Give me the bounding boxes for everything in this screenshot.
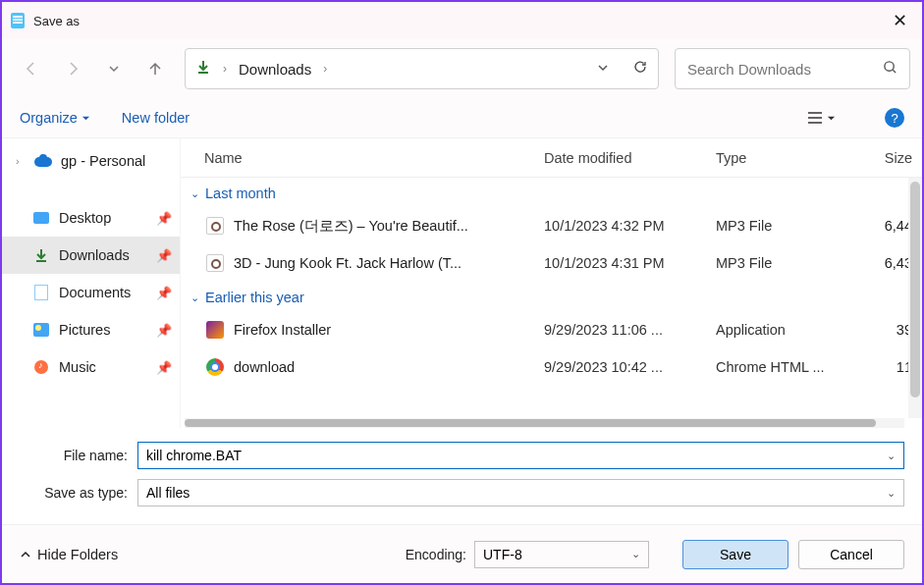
recent-locations-button[interactable]	[96, 51, 132, 86]
chevron-down-icon[interactable]: ⌄	[887, 487, 896, 500]
footer: Hide Folders Encoding: UTF-8 ⌄ Save Canc…	[2, 524, 922, 583]
file-row[interactable]: Firefox Installer9/29/2023 11:06 ...Appl…	[181, 311, 922, 348]
column-name[interactable]: Name	[204, 150, 544, 166]
save-button[interactable]: Save	[682, 540, 788, 569]
chevron-down-icon[interactable]: ⌄	[631, 548, 640, 560]
vertical-scrollbar[interactable]	[908, 178, 922, 418]
download-icon	[195, 59, 211, 79]
titlebar: Save as ✕	[2, 2, 922, 39]
column-headers[interactable]: Name Date modified Type Size	[181, 138, 922, 178]
group-header[interactable]: ⌄Last month	[181, 178, 922, 207]
sidebar-item-documents[interactable]: Documents📌	[2, 274, 180, 311]
saveastype-label: Save as type:	[31, 485, 137, 501]
search-input[interactable]	[687, 61, 883, 78]
pin-icon: 📌	[156, 323, 172, 338]
music-icon	[31, 357, 51, 377]
column-size[interactable]: Size	[868, 150, 922, 166]
save-fields: File name: kill chrome.BAT ⌄ Save as typ…	[2, 428, 922, 524]
docs-icon	[31, 283, 51, 302]
pin-icon: 📌	[156, 286, 172, 300]
chevron-down-icon: ⌄	[190, 292, 199, 304]
nav-row: › Downloads ›	[2, 39, 922, 98]
pin-icon: 📌	[156, 248, 172, 263]
chevron-down-icon[interactable]: ⌄	[887, 450, 896, 462]
cancel-button[interactable]: Cancel	[798, 540, 904, 569]
close-button[interactable]: ✕	[877, 2, 922, 39]
pin-icon: 📌	[156, 360, 172, 375]
svg-point-0	[885, 61, 894, 70]
file-row[interactable]: download9/29/2023 10:42 ...Chrome HTML .…	[181, 348, 922, 386]
breadcrumb-current[interactable]: Downloads	[239, 61, 311, 78]
saveastype-select[interactable]: All files ⌄	[137, 479, 904, 506]
file-list-panel: Name Date modified Type Size ⌄Last month…	[181, 138, 922, 428]
address-dropdown[interactable]	[597, 60, 609, 78]
address-bar[interactable]: › Downloads ›	[185, 48, 659, 89]
tree-root-personal[interactable]: › gp - Personal	[2, 142, 180, 180]
file-list: ⌄Last monthThe Rose (더로즈) – You're Beaut…	[181, 178, 922, 428]
back-button[interactable]	[14, 51, 49, 86]
horizontal-scrollbar[interactable]	[185, 418, 904, 428]
chevron-right-icon: ›	[223, 62, 227, 76]
refresh-button[interactable]	[632, 59, 648, 79]
sidebar-item-pictures[interactable]: Pictures📌	[2, 311, 180, 348]
help-button[interactable]: ?	[885, 108, 904, 128]
forward-button[interactable]	[55, 51, 90, 86]
mp3-icon	[204, 215, 226, 237]
sidebar-item-downloads[interactable]: Downloads📌	[2, 237, 180, 274]
sidebar: › gp - Personal Desktop📌Downloads📌Docume…	[2, 138, 181, 428]
chevron-right-icon: ›	[323, 62, 327, 76]
notepad-icon	[10, 12, 26, 29]
sidebar-item-music[interactable]: Music📌	[2, 348, 180, 386]
hide-folders-button[interactable]: Hide Folders	[20, 547, 118, 562]
window-title: Save as	[33, 14, 877, 28]
sidebar-item-desktop[interactable]: Desktop📌	[2, 199, 180, 237]
file-row[interactable]: 3D - Jung Kook Ft. Jack Harlow (T...10/1…	[181, 244, 922, 282]
toolbar: Organize New folder ?	[2, 98, 922, 137]
chevron-down-icon: ⌄	[190, 187, 199, 200]
cloud-icon	[33, 151, 53, 171]
chevron-right-icon: ›	[16, 155, 26, 167]
search-icon	[883, 60, 897, 79]
up-button[interactable]	[137, 51, 173, 86]
chrome-icon	[204, 356, 226, 378]
filename-label: File name:	[31, 448, 137, 463]
group-header[interactable]: ⌄Earlier this year	[181, 282, 922, 311]
filename-input[interactable]: kill chrome.BAT ⌄	[137, 442, 904, 469]
search-box[interactable]	[675, 48, 910, 89]
view-button[interactable]	[807, 111, 836, 125]
new-folder-button[interactable]: New folder	[122, 110, 190, 126]
pics-icon	[31, 320, 51, 340]
column-type[interactable]: Type	[716, 150, 868, 166]
organize-button[interactable]: Organize	[20, 110, 90, 126]
pin-icon: 📌	[156, 211, 172, 226]
file-row[interactable]: The Rose (더로즈) – You're Beautif...10/1/2…	[181, 207, 922, 244]
encoding-label: Encoding:	[406, 547, 466, 562]
ff-icon	[204, 319, 226, 341]
mp3-icon	[204, 252, 226, 274]
save-as-dialog: Save as ✕ › Downloads › Organize New fol…	[0, 0, 924, 585]
column-date[interactable]: Date modified	[544, 150, 716, 166]
main-area: › gp - Personal Desktop📌Downloads📌Docume…	[2, 137, 922, 428]
desktop-icon	[31, 208, 51, 228]
encoding-select[interactable]: UTF-8 ⌄	[474, 541, 649, 568]
download-icon	[31, 245, 51, 265]
